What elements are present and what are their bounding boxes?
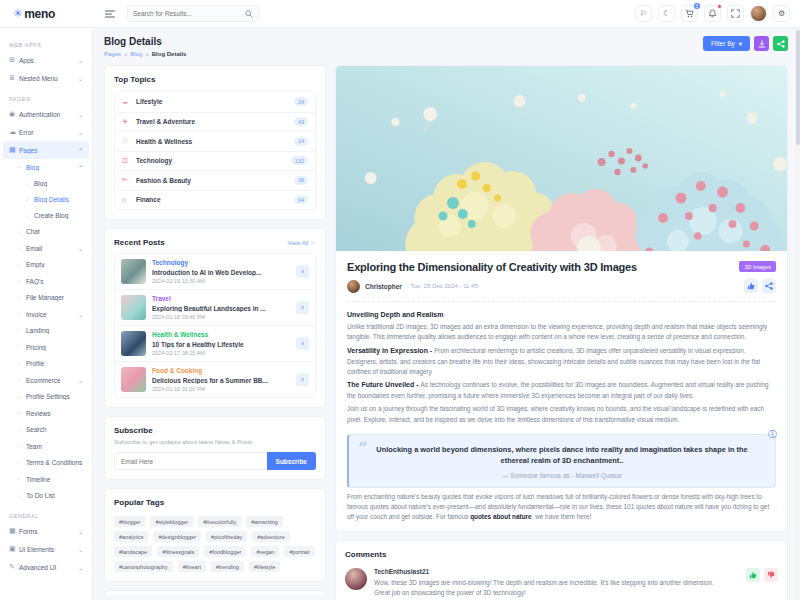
tag-pill[interactable]: #analytics (114, 531, 148, 542)
sidebar-item-icon: ◦ (18, 460, 26, 466)
tag-pill[interactable]: #designblogger (153, 531, 201, 542)
sidebar-item[interactable]: ◦ Create Blog (0, 208, 92, 224)
email-field[interactable] (114, 452, 267, 470)
page-scrollbar[interactable] (795, 28, 800, 600)
sidebar-item[interactable]: ◦ File Manager (0, 290, 92, 307)
breadcrumb-link[interactable]: Blog (130, 51, 142, 57)
share-button[interactable] (773, 36, 788, 51)
sidebar-item-icon: ◦ (18, 476, 26, 482)
filter-by-button[interactable]: Filter By ▾ (703, 36, 750, 51)
sidebar-item[interactable]: ◦ Search (0, 422, 92, 439)
tag-pill[interactable]: #foodblogger (204, 546, 246, 557)
post-open-chevron[interactable]: › (296, 265, 309, 278)
tag-pill[interactable]: #portrait (284, 546, 314, 557)
tag-pill[interactable]: #vegan (251, 546, 279, 557)
post-open-chevron[interactable]: › (296, 301, 309, 314)
language-icon[interactable]: ⚐ (635, 5, 652, 22)
sidebar-item[interactable]: WEB APPS (0, 38, 92, 51)
tag-pill[interactable]: #trending (211, 561, 244, 572)
recent-post-item[interactable]: Health & Wellness 10 Tips for a Healthy … (115, 325, 315, 361)
scrollbar-thumb[interactable] (796, 30, 800, 145)
sidebar-item[interactable]: ☁ Error ⌄ (0, 123, 92, 141)
download-button[interactable] (754, 36, 769, 51)
notifications-bell-icon[interactable] (704, 5, 721, 22)
post-open-chevron[interactable]: › (296, 373, 309, 386)
thumbs-down-button[interactable] (764, 568, 778, 582)
recent-post-item[interactable]: Technology Introduction to AI in Web Dev… (115, 254, 315, 289)
page-title: Blog Details (104, 36, 189, 47)
share-mini-button[interactable] (762, 279, 776, 293)
tag-pill[interactable]: #styleblogger (150, 516, 193, 527)
info-icon[interactable]: ⓘ (768, 428, 777, 441)
cart-icon[interactable]: 6 (681, 5, 698, 22)
sidebar-item[interactable]: ≣ Nested Menu ⌄ (0, 69, 92, 87)
settings-gear-icon[interactable]: ⚙ (773, 5, 790, 22)
fullscreen-icon[interactable] (727, 5, 744, 22)
sidebar-item-icon: ◦ (18, 262, 26, 268)
post-open-chevron[interactable]: › (296, 337, 309, 350)
tag-pill[interactable]: #adventure (252, 531, 290, 542)
sidebar-item[interactable]: ◦ Profile Settings (0, 389, 92, 406)
sidebar-item[interactable]: ◦ Reviews (0, 405, 92, 422)
tag-pill[interactable]: #picoftheday (206, 531, 247, 542)
tag-pill[interactable]: #fitnessgoals (157, 546, 199, 557)
sidebar-item[interactable]: ◦ Blog Details (0, 192, 92, 208)
sidebar-item[interactable]: ◦ Invoice ⌄ (0, 306, 92, 323)
sidebar-item[interactable]: ✎ Advanced UI ⌄ (0, 558, 92, 576)
sidebar-item[interactable]: ◦ To Do List (0, 488, 92, 505)
user-avatar[interactable] (750, 5, 767, 22)
sidebar-item[interactable]: ◉ Authentication ⌄ (0, 105, 92, 123)
sidebar-item[interactable]: ▣ Ui Elements ⌄ (0, 540, 92, 558)
sidebar-item[interactable]: ◦ Team (0, 438, 92, 455)
sidebar-item[interactable]: ◦ Timeline (0, 471, 92, 488)
sidebar-item-icon: ◦ (18, 344, 26, 350)
sidebar-item[interactable]: ◦ Profile (0, 356, 92, 373)
topic-item[interactable]: ♡ Health & Wellness 14 (115, 131, 315, 151)
breadcrumb-link[interactable]: Pages (104, 51, 121, 57)
section-paragraph: Versatility in Expression - From archite… (347, 346, 776, 377)
sidebar-item[interactable]: ◦ FAQ's (0, 273, 92, 290)
app-logo[interactable]: ✳ meno (0, 7, 93, 21)
tag-pill[interactable]: #landscape (114, 546, 152, 557)
breadcrumb-link[interactable]: Blog Details (152, 51, 187, 57)
sidebar-item-icon: ◦ (18, 311, 26, 317)
sidebar-item-icon: ◦ (18, 245, 26, 251)
sidebar-item[interactable]: ◦ Ecommerce ⌄ (0, 372, 92, 389)
tag-pill[interactable]: #amwriting (246, 516, 283, 527)
tag-pill[interactable]: #blogger (114, 516, 145, 527)
tag-pill[interactable]: #lifestyle (249, 561, 280, 572)
sidebar-item[interactable]: ◦ Email ⌄ (0, 240, 92, 257)
sidebar-item[interactable]: ▤ Pages ⌃ (3, 141, 89, 159)
topic-item[interactable]: ✂ Fashion & Beauty 36 (115, 170, 315, 190)
topic-item[interactable]: ⌂ Finance 04 (115, 190, 315, 210)
search-input[interactable] (133, 10, 241, 17)
view-all-link[interactable]: View All → (287, 240, 316, 246)
subscribe-button[interactable]: Subscribe (267, 452, 316, 470)
top-topics-title: Top Topics (114, 75, 316, 84)
sidebar-item[interactable]: ◦ Blog (0, 176, 92, 192)
topic-item[interactable]: ✈ Travel & Adventure 43 (115, 112, 315, 132)
sidebar-item[interactable]: ◦ Chat (0, 224, 92, 241)
tag-pill[interactable]: #livecolorfully (198, 516, 241, 527)
tag-pill[interactable]: #fineart (178, 561, 206, 572)
menu-toggle-icon[interactable] (103, 7, 117, 21)
sidebar-item[interactable]: ⊞ Apps ⌄ (0, 51, 92, 69)
sidebar-item[interactable]: ◦ Landing (0, 323, 92, 340)
sidebar-item[interactable]: ◦ Terms & Conditions (0, 455, 92, 472)
search-icon[interactable] (245, 10, 253, 18)
recent-post-item[interactable]: Food & Cooking Delicious Recipes for a S… (115, 361, 315, 397)
recent-post-item[interactable]: Travel Exploring Beautiful Landscapes in… (115, 289, 315, 325)
tag-pill[interactable]: #canonphotography (114, 561, 173, 572)
sidebar-item[interactable]: PAGES (0, 92, 92, 105)
sidebar-item[interactable]: ◦ Blog ⌃ (0, 159, 92, 176)
sidebar-item[interactable]: GENERAL (0, 509, 92, 522)
sidebar-item[interactable]: ◦ Empty (0, 257, 92, 274)
topic-item[interactable]: ☕ Lifestyle 24 (115, 92, 315, 112)
thumbs-up-button[interactable] (746, 568, 760, 582)
sidebar-item[interactable]: ◦ Pricing (0, 339, 92, 356)
dark-mode-icon[interactable]: ☾ (658, 5, 675, 22)
sidebar-item[interactable]: ▦ Forms ⌄ (0, 522, 92, 540)
topic-item[interactable]: ⊡ Technology 132 (115, 151, 315, 171)
chevron-icon: ⌄ (78, 75, 83, 82)
like-button[interactable] (744, 279, 758, 293)
